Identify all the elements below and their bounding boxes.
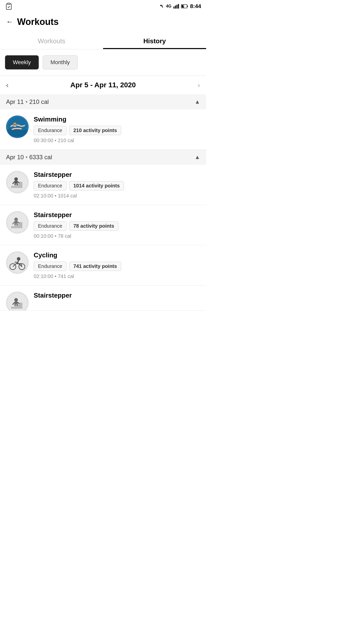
workout-info-stairstepper-1: Stairstepper Endurance 1014 activity poi… bbox=[34, 171, 200, 199]
workout-name-cycling: Cycling bbox=[34, 251, 200, 259]
workout-tags-stairstepper-1: Endurance 1014 activity points bbox=[34, 181, 200, 190]
workout-tags-swimming: Endurance 210 activity points bbox=[34, 126, 200, 135]
workout-name-stairstepper-3: Stairstepper bbox=[34, 292, 200, 299]
workout-info-stairstepper-2: Stairstepper Endurance 78 activity point… bbox=[34, 211, 200, 239]
workout-category-cycling: Endurance bbox=[34, 262, 67, 271]
expand-icon-apr11: ▲ bbox=[195, 99, 200, 105]
workout-category-stairstepper-2: Endurance bbox=[34, 221, 67, 231]
workout-avatar-stairstepper-2 bbox=[6, 211, 29, 234]
svg-point-33 bbox=[14, 298, 18, 302]
time-display: 8:44 bbox=[190, 3, 201, 10]
status-bar-left bbox=[5, 3, 13, 10]
workout-meta-stairstepper-2: 00:10:00 • 78 cal bbox=[34, 233, 200, 239]
workout-points-stairstepper-2: 78 activity points bbox=[69, 221, 118, 231]
workout-meta-stairstepper-1: 02:10:00 • 1014 cal bbox=[34, 193, 200, 199]
day-header-apr11-label: Apr 11 • 210 cal bbox=[6, 98, 49, 105]
svg-rect-16 bbox=[11, 186, 15, 188]
workout-info-cycling: Cycling Endurance 741 activity points 02… bbox=[34, 251, 200, 279]
battery-icon bbox=[181, 4, 188, 9]
tab-history[interactable]: History bbox=[103, 31, 206, 49]
workout-avatar-stairstepper-3 bbox=[6, 292, 29, 311]
svg-rect-6 bbox=[187, 6, 188, 7]
signal-icon bbox=[173, 4, 179, 9]
header: ← Workouts bbox=[0, 13, 206, 31]
date-range-label: Apr 5 - Apr 11, 2020 bbox=[70, 81, 136, 89]
workout-category-swimming: Endurance bbox=[34, 126, 67, 135]
workout-points-cycling: 741 activity points bbox=[69, 262, 121, 271]
workout-info-swimming: Swimming Endurance 210 activity points 0… bbox=[34, 115, 200, 143]
workout-tags-stairstepper-2: Endurance 78 activity points bbox=[34, 221, 200, 231]
status-bar-right: ⯲ 4G 8:44 bbox=[160, 3, 201, 10]
workout-name-stairstepper-1: Stairstepper bbox=[34, 171, 200, 179]
workout-item-stairstepper-3: Stairstepper bbox=[0, 286, 206, 311]
workout-name-stairstepper-2: Stairstepper bbox=[34, 211, 200, 219]
svg-point-28 bbox=[17, 257, 20, 261]
svg-point-24 bbox=[14, 218, 18, 221]
svg-rect-30 bbox=[11, 307, 15, 309]
workout-item-swimming: Swimming Endurance 210 activity points 0… bbox=[0, 109, 206, 150]
next-date-button[interactable]: › bbox=[198, 81, 200, 89]
back-button[interactable]: ← bbox=[6, 18, 13, 26]
workout-avatar-cycling bbox=[6, 251, 29, 274]
prev-date-button[interactable]: ‹ bbox=[6, 81, 9, 89]
workout-points-stairstepper-1: 1014 activity points bbox=[69, 181, 124, 190]
page-title: Workouts bbox=[17, 17, 59, 27]
date-navigation: ‹ Apr 5 - Apr 11, 2020 › bbox=[0, 76, 206, 94]
svg-rect-4 bbox=[178, 4, 179, 9]
bluetooth-icon: ⯲ bbox=[160, 4, 164, 9]
filter-row: Weekly Monthly bbox=[0, 49, 206, 75]
svg-rect-21 bbox=[11, 226, 15, 228]
workout-meta-cycling: 02:10:00 • 741 cal bbox=[34, 273, 200, 279]
svg-point-19 bbox=[14, 177, 18, 181]
status-bar: ⯲ 4G 8:44 bbox=[0, 0, 206, 13]
workout-item-stairstepper-1: Stairstepper Endurance 1014 activity poi… bbox=[0, 165, 206, 205]
workout-item-cycling: Cycling Endurance 741 activity points 02… bbox=[0, 245, 206, 286]
workout-name-swimming: Swimming bbox=[34, 115, 200, 123]
day-header-apr10[interactable]: Apr 10 • 6333 cal ▲ bbox=[0, 150, 206, 165]
tabs-container: Workouts History bbox=[0, 31, 206, 49]
day-header-apr11[interactable]: Apr 11 • 210 cal ▲ bbox=[0, 94, 206, 109]
svg-rect-2 bbox=[175, 6, 176, 9]
svg-rect-0 bbox=[8, 3, 10, 5]
workout-avatar-stairstepper-1 bbox=[6, 171, 29, 193]
monthly-filter-button[interactable]: Monthly bbox=[43, 55, 78, 69]
workout-avatar-swimming bbox=[6, 115, 29, 138]
workout-info-stairstepper-3: Stairstepper bbox=[34, 292, 200, 302]
workout-meta-swimming: 00:30:00 • 210 cal bbox=[34, 138, 200, 143]
svg-rect-1 bbox=[173, 7, 174, 9]
workout-points-swimming: 210 activity points bbox=[69, 126, 121, 135]
workout-category-stairstepper-1: Endurance bbox=[34, 181, 67, 190]
day-header-apr10-label: Apr 10 • 6333 cal bbox=[6, 154, 52, 161]
svg-rect-3 bbox=[176, 5, 177, 9]
workout-item-stairstepper-2: Stairstepper Endurance 78 activity point… bbox=[0, 205, 206, 245]
workout-tags-cycling: Endurance 741 activity points bbox=[34, 262, 200, 271]
signal-label: 4G bbox=[166, 4, 171, 9]
tab-workouts[interactable]: Workouts bbox=[0, 31, 103, 49]
weekly-filter-button[interactable]: Weekly bbox=[5, 55, 39, 69]
expand-icon-apr10: ▲ bbox=[195, 154, 200, 160]
